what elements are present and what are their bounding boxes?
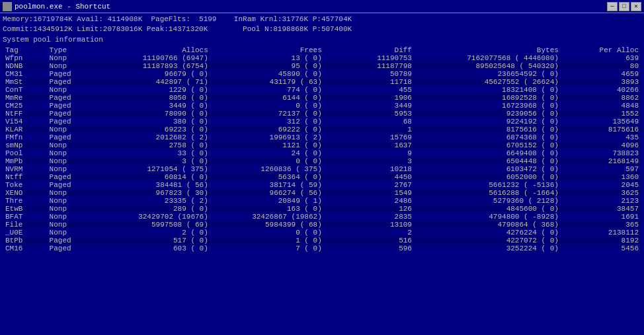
cell-diff: 2 bbox=[325, 229, 415, 237]
table-row[interactable]: TokePaged384481 ( 56)381714 ( 59)2767566… bbox=[3, 181, 641, 189]
cell-allocs: 3449 ( 0) bbox=[91, 102, 211, 110]
cell-peralloc: 4659 bbox=[561, 70, 641, 78]
table-row[interactable]: NtFFPaged78090 ( 0)72137 ( 0)59539239056… bbox=[3, 110, 641, 118]
cell-diff: 1549 bbox=[325, 189, 415, 197]
cell-peralloc: 135649 bbox=[561, 118, 641, 126]
cell-bytes: 5279360 ( 2128) bbox=[415, 197, 561, 205]
cell-type: Paged bbox=[47, 133, 91, 141]
col-header-allocs: Allocs bbox=[91, 46, 211, 54]
table-row[interactable]: _U0ENonp2 ( 0)0 ( 0)24276224 ( 0)2138112 bbox=[3, 229, 641, 237]
cell-tag: NtFF bbox=[3, 110, 47, 118]
cell-frees: 381714 ( 59) bbox=[211, 181, 325, 189]
col-header-type: Type bbox=[47, 46, 91, 54]
table-row[interactable]: smNpNonp2758 ( 0)1121 ( 0)16376705152 ( … bbox=[3, 141, 641, 149]
table-row[interactable]: ThreNonp23335 ( 2)20849 ( 1)24865279360 … bbox=[3, 197, 641, 205]
title-bar-buttons: ─ □ ✕ bbox=[607, 2, 641, 11]
table-header-row: Tag Type Allocs Frees Diff Bytes Per All… bbox=[3, 46, 641, 54]
cell-frees: 7 ( 0) bbox=[211, 244, 325, 252]
cell-tag: EtwB bbox=[3, 205, 47, 213]
info-section: Memory:16719784K Avail: 4114908K PageFlt… bbox=[3, 15, 641, 45]
maximize-button[interactable]: □ bbox=[619, 2, 629, 11]
info-line-3: System pool information bbox=[3, 35, 641, 45]
col-header-tag: Tag bbox=[3, 46, 47, 54]
close-button[interactable]: ✕ bbox=[631, 2, 641, 11]
cell-type: Nonp bbox=[47, 229, 91, 237]
cell-bytes: 16723968 ( 0) bbox=[415, 102, 561, 110]
table-row[interactable]: BtPbPaged517 ( 0)1 ( 0)5164227072 ( 0)81… bbox=[3, 237, 641, 244]
cell-type: Nonp bbox=[47, 157, 91, 165]
table-row[interactable]: WfpnNonp11190766 (6947)13 ( 0)1119075371… bbox=[3, 54, 641, 62]
table-body: WfpnNonp11190766 (6947)13 ( 0)1119075371… bbox=[3, 54, 641, 252]
cell-bytes: 6705152 ( 0) bbox=[415, 141, 561, 149]
table-row[interactable]: KLARNonp69223 ( 0)69222 ( 0)18175616 ( 0… bbox=[3, 126, 641, 133]
cell-frees: 1996913 ( 2) bbox=[211, 133, 325, 141]
minimize-button[interactable]: ─ bbox=[607, 2, 618, 11]
cell-tag: smNp bbox=[3, 141, 47, 149]
table-row[interactable]: Vi54Paged380 ( 0)312 ( 0)689224192 ( 0)1… bbox=[3, 118, 641, 126]
cell-allocs: 32429702 (19676) bbox=[91, 213, 211, 221]
table-row[interactable]: CM31Paged96679 ( 0)45890 ( 0)50789236654… bbox=[3, 70, 641, 78]
title-bar: poolmon.exe - Shortcut ─ □ ✕ bbox=[0, 0, 644, 13]
cell-type: Paged bbox=[47, 70, 91, 78]
table-row[interactable]: NDNBNonp11187893 (6754)95 ( 0)1118779889… bbox=[3, 62, 641, 70]
cell-bytes: 5616288 ( -1664) bbox=[415, 189, 561, 197]
table-row[interactable]: CM16Paged603 ( 0)7 ( 0)5963252224 ( 0)54… bbox=[3, 244, 641, 252]
cell-type: Paged bbox=[47, 181, 91, 189]
table-row[interactable]: XENONonp967823 ( 30)966274 ( 56)15495616… bbox=[3, 189, 641, 197]
cell-peralloc: 4096 bbox=[561, 141, 641, 149]
cell-allocs: 23335 ( 2) bbox=[91, 197, 211, 205]
cell-tag: _U0E bbox=[3, 229, 47, 237]
cell-frees: 431179 ( 63) bbox=[211, 78, 325, 86]
cell-frees: 20849 ( 1) bbox=[211, 197, 325, 205]
cell-type: Nonp bbox=[47, 141, 91, 149]
cell-tag: CM31 bbox=[3, 70, 47, 78]
cell-allocs: 2012682 ( 2) bbox=[91, 133, 211, 141]
cell-peralloc: 4848 bbox=[561, 102, 641, 110]
cell-frees: 56364 ( 0) bbox=[211, 173, 325, 181]
table-row[interactable]: BFATNonp32429702 (19676)32426867 (19862)… bbox=[3, 213, 641, 221]
table-row[interactable]: MmStPaged442897 ( 71)431179 ( 63)1171845… bbox=[3, 78, 641, 86]
cell-type: Nonp bbox=[47, 165, 91, 173]
cell-diff: 2767 bbox=[325, 181, 415, 189]
cell-bytes: 9239056 ( 0) bbox=[415, 110, 561, 118]
cell-allocs: 69223 ( 0) bbox=[91, 126, 211, 133]
table-row[interactable]: MmPbNonp3 ( 0)0 ( 0)36504448 ( 0)2168149 bbox=[3, 157, 641, 165]
cell-tag: XENO bbox=[3, 189, 47, 197]
cell-diff: 126 bbox=[325, 205, 415, 213]
table-row[interactable]: ConTNonp1229 ( 0)774 ( 0)45518321408 ( 0… bbox=[3, 86, 641, 94]
col-header-frees: Frees bbox=[211, 46, 325, 54]
col-header-bytes: Bytes bbox=[415, 46, 561, 54]
cell-diff: 15769 bbox=[325, 133, 415, 141]
table-row[interactable]: FileNonp5997508 ( 69)5984399 ( 68)131094… bbox=[3, 221, 641, 229]
cell-type: Nonp bbox=[47, 221, 91, 229]
table-row[interactable]: FMfnPaged2012682 ( 2)1996913 ( 2)1576968… bbox=[3, 133, 641, 141]
cell-tag: Vi54 bbox=[3, 118, 47, 126]
cell-bytes: 3252224 ( 0) bbox=[415, 244, 561, 252]
cell-frees: 45890 ( 0) bbox=[211, 70, 325, 78]
cell-bytes: 236654592 ( 0) bbox=[415, 70, 561, 78]
cell-frees: 1121 ( 0) bbox=[211, 141, 325, 149]
cell-diff: 10218 bbox=[325, 165, 415, 173]
cell-type: Nonp bbox=[47, 205, 91, 213]
cell-peralloc: 2045 bbox=[561, 181, 641, 189]
cell-peralloc: 2138112 bbox=[561, 229, 641, 237]
cell-frees: 32426867 (19862) bbox=[211, 213, 325, 221]
cell-diff: 2486 bbox=[325, 197, 415, 205]
table-row[interactable]: NVRMNonp1271054 ( 375)1260836 ( 375)1021… bbox=[3, 165, 641, 173]
cell-bytes: 45627552 ( 26624) bbox=[415, 78, 561, 86]
cell-bytes: 4794800 ( -8928) bbox=[415, 213, 561, 221]
info-line-1: Memory:16719784K Avail: 4114908K PageFlt… bbox=[3, 15, 641, 24]
table-row[interactable]: CM25Paged3449 ( 0)0 ( 0)344916723968 ( 0… bbox=[3, 102, 641, 110]
table-row[interactable]: EtwBNonp289 ( 0)163 ( 0)1264845600 ( 0)3… bbox=[3, 205, 641, 213]
cell-tag: NVRM bbox=[3, 165, 47, 173]
cell-frees: 13 ( 0) bbox=[211, 54, 325, 62]
cell-tag: CM16 bbox=[3, 244, 47, 252]
table-row[interactable]: MmRePaged8050 ( 0)6144 ( 0)190616892528 … bbox=[3, 94, 641, 102]
table-row[interactable]: PoolNonp33 ( 0)24 ( 0)96649408 ( 0)73882… bbox=[3, 149, 641, 157]
cell-type: Paged bbox=[47, 102, 91, 110]
cell-diff: 5953 bbox=[325, 110, 415, 118]
table-row[interactable]: NtffPaged60814 ( 0)56364 ( 0)44506052000… bbox=[3, 173, 641, 181]
cell-frees: 966274 ( 56) bbox=[211, 189, 325, 197]
cell-frees: 72137 ( 0) bbox=[211, 110, 325, 118]
pool-table: Tag Type Allocs Frees Diff Bytes Per All… bbox=[3, 46, 641, 252]
